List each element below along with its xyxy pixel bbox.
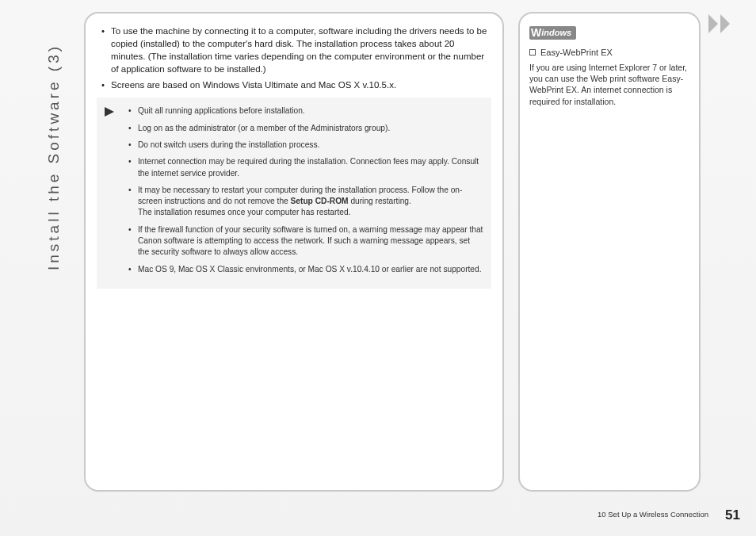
note-item: Do not switch users during the installat… [128, 140, 483, 151]
note-item: Log on as the administrator (or a member… [128, 123, 483, 134]
software-item-label: Easy-WebPrint EX [540, 48, 613, 57]
svg-marker-0 [708, 14, 718, 33]
windows-badge-text: indows [541, 28, 571, 37]
footer-section-label: 10 Set Up a Wireless Connection [598, 510, 708, 519]
svg-marker-1 [720, 14, 730, 33]
software-item-row: Easy-WebPrint EX [529, 48, 689, 57]
windows-w-icon: W [531, 26, 541, 39]
notes-bullet-list: Quit all running applications before ins… [128, 105, 483, 274]
page-number: 51 [725, 507, 740, 523]
software-item-description: If you are using Internet Explorer 7 or … [529, 62, 689, 107]
intro-bullet-list: To use the machine by connecting it to a… [97, 25, 491, 91]
note-item-bold: Setup CD-ROM [291, 197, 349, 205]
important-notes-box: Quit all running applications before ins… [97, 98, 491, 288]
section-title-vertical: Install the Software (3) [45, 44, 63, 270]
note-item: It may be necessary to restart your comp… [128, 185, 483, 219]
pointer-arrow-icon [105, 107, 114, 117]
windows-os-badge: Windows [529, 26, 576, 40]
note-item: Quit all running applications before ins… [128, 105, 483, 117]
intro-bullet: To use the machine by connecting it to a… [100, 25, 491, 75]
checkbox-icon [529, 49, 536, 56]
note-item: Mac OS 9, Mac OS X Classic environments,… [128, 264, 483, 275]
intro-bullet: Screens are based on Windows Vista Ultim… [100, 78, 491, 91]
main-content-panel: To use the machine by connecting it to a… [84, 12, 504, 492]
note-item: If the firewall function of your securit… [128, 224, 483, 258]
windows-side-panel: Windows Easy-WebPrint EX If you are usin… [518, 12, 701, 492]
note-item: Internet connection may be required duri… [128, 156, 483, 179]
next-page-icon [708, 14, 739, 33]
